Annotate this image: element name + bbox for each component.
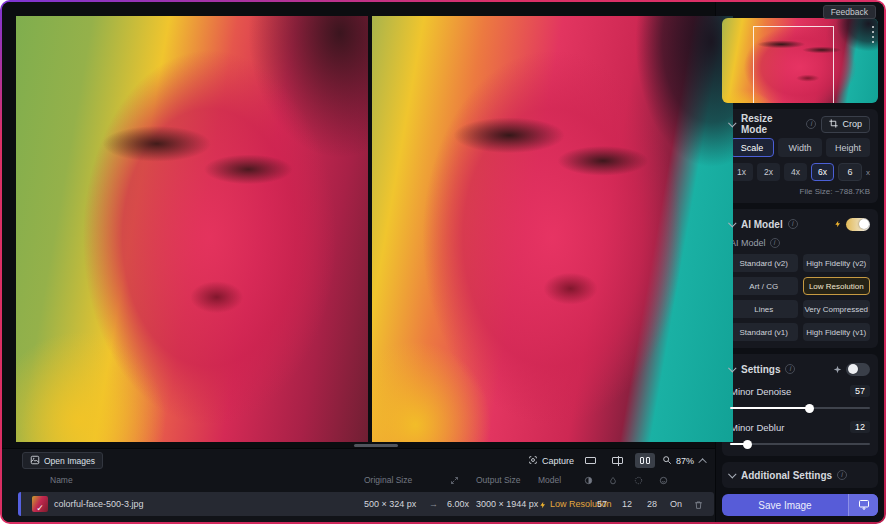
column-output-size: Output Size [476,474,520,487]
single-view-button[interactable] [581,453,601,468]
face-recovery-column-icon [659,474,668,487]
resize-mode-section: Resize Mode Crop Scale Width Height 1x 2… [722,109,878,203]
model-standard-v1[interactable]: Standard (v1) [730,323,798,341]
column-model: Model [538,474,561,487]
model-very-compressed[interactable]: Very Compressed [803,300,871,318]
scale-unit-label: x [866,168,870,177]
chevron-down-icon[interactable] [728,470,736,478]
info-icon [806,119,816,129]
denoise-column-icon [584,474,593,487]
file-output-size: 3000 × 1944 px [476,492,538,516]
denoise-value[interactable]: 57 [850,385,870,397]
export-icon [858,499,870,511]
image-viewer[interactable] [2,2,715,448]
zoom-control[interactable]: 87% [662,455,694,467]
open-images-label: Open Images [44,456,95,466]
scale-options: 1x 2x 4x 6x x [730,163,870,181]
capture-label: Capture [542,456,574,466]
sparkle-icon [833,360,842,378]
file-denoise-value: 57 [597,492,607,516]
tab-scale[interactable]: Scale [730,138,774,157]
file-table-header: Name Original Size Output Size Model [2,474,715,487]
original-image-view[interactable] [16,16,368,442]
info-icon [788,219,798,229]
viewer-toolbar-right: Capture 87% [528,452,707,469]
deblur-slider[interactable] [730,439,870,449]
preview-selection-rect[interactable] [753,26,834,104]
capture-button[interactable]: Capture [528,455,574,467]
model-grid: Standard (v2) High Fidelity (v2) Art / C… [730,254,870,341]
model-low-resolution[interactable]: Low Resolution [803,277,871,295]
save-image-label: Save Image [722,494,848,516]
file-original-size: 500 × 324 px [364,492,416,516]
ai-model-title: AI Model [741,219,783,230]
file-thumbnail[interactable]: ✓ [32,496,48,512]
info-icon [785,364,795,374]
model-standard-v2[interactable]: Standard (v2) [730,254,798,272]
scale-6x-button[interactable]: 6x [811,163,834,181]
lightning-icon [834,215,842,233]
file-row[interactable]: ✓ colorful-face-500-3.jpg 500 × 324 px →… [18,492,714,516]
split-view-icon [612,457,623,464]
split-view-button[interactable] [608,453,628,468]
denoise-slider-fill[interactable] [730,407,810,409]
scale-column-icon [450,474,459,487]
model-high-fidelity-v2[interactable]: High Fidelity (v2) [803,254,871,272]
file-compression-value: 28 [647,492,657,516]
preview-card: ✓ Preview Updated [722,18,878,103]
denoise-slider[interactable] [730,403,870,413]
additional-settings-section: Additional Settings [722,462,878,488]
export-options-button[interactable] [848,494,878,516]
model-lines[interactable]: Lines [730,300,798,318]
selected-check-icon: ✓ [36,496,44,520]
model-bolt-icon [539,492,547,516]
deblur-column-icon [609,474,617,487]
file-deblur-value: 12 [622,492,632,516]
single-view-icon [585,457,596,464]
delete-file-icon[interactable] [694,492,703,516]
deblur-slider-fill[interactable] [730,443,748,445]
navigation-preview[interactable] [722,18,878,103]
column-original-size: Original Size [364,474,412,487]
settings-auto-toggle[interactable] [846,363,870,376]
crop-icon [829,119,838,130]
file-name: colorful-face-500-3.jpg [54,492,144,516]
drag-handle-dots[interactable] [872,26,874,43]
viewer-scrollbar[interactable] [354,444,398,447]
crop-button[interactable]: Crop [821,116,870,133]
ai-auto-toggle[interactable] [846,218,870,231]
model-art-cg[interactable]: Art / CG [730,277,798,295]
side-by-side-view-button[interactable] [635,453,655,468]
additional-settings-title: Additional Settings [741,470,832,481]
model-high-fidelity-v1[interactable]: High Fidelity (v1) [803,323,871,341]
file-scale: 6.00x [447,492,469,516]
denoise-label: Minor Denoise [730,386,791,397]
tab-width[interactable]: Width [778,138,822,157]
resize-tabs: Scale Width Height [730,138,870,157]
resize-mode-title: Resize Mode [741,113,801,135]
settings-section: Settings Minor Denoise 57 Minor Deblur [722,354,878,456]
zoom-level-value: 87% [676,456,694,466]
scale-2x-button[interactable]: 2x [757,163,780,181]
save-image-button[interactable]: Save Image [722,494,878,516]
file-size-estimate: File Size: ~788.7KB [730,187,870,196]
capture-icon [528,455,538,467]
scale-1x-button[interactable]: 1x [730,163,753,181]
open-images-button[interactable]: Open Images [22,452,103,469]
feedback-button[interactable]: Feedback [823,5,876,19]
tab-height[interactable]: Height [826,138,870,157]
settings-sidebar: ✓ Preview Updated Resize Mode Crop Scale… [715,2,884,522]
app-window: Feedback Open Images [2,2,884,522]
upscaled-image-view[interactable] [372,16,733,442]
collapse-panel-icon[interactable] [698,458,706,466]
deblur-value[interactable]: 12 [850,421,870,433]
custom-scale-input[interactable] [838,163,862,181]
crop-label: Crop [842,119,862,129]
ai-model-section: AI Model AI Model Standard (v2) High Fid… [722,209,878,348]
scale-4x-button[interactable]: 4x [784,163,807,181]
ai-model-sub-label: AI Model [730,238,766,248]
compression-column-icon [634,474,643,487]
column-name: Name [50,474,73,487]
bottom-panel: Open Images Capture [2,448,715,522]
arrow-right-icon: → [429,492,438,516]
